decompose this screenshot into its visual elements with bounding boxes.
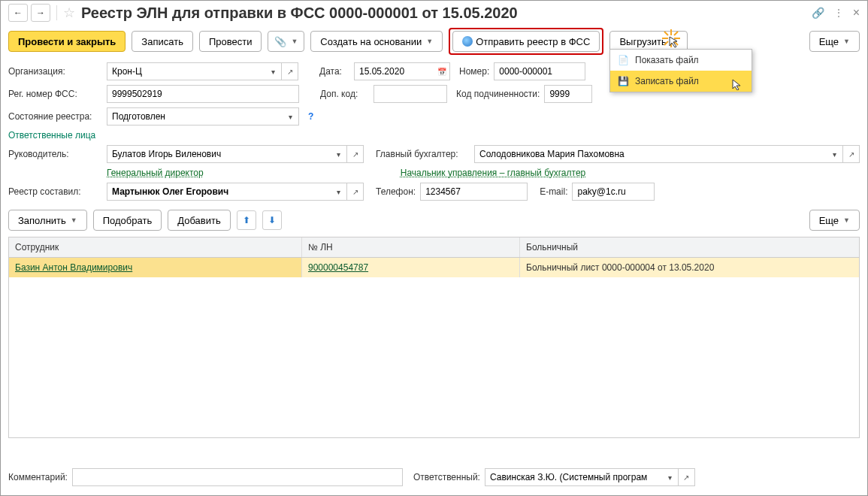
employee-link[interactable]: Базин Антон Владимирович: [15, 262, 132, 273]
date-input[interactable]: [354, 62, 434, 80]
add-button[interactable]: Добавить: [168, 210, 230, 231]
dop-code-input[interactable]: [374, 85, 447, 103]
phone-input[interactable]: [420, 183, 528, 201]
head-label: Руководитель:: [8, 149, 102, 159]
fill-label: Заполнить: [18, 215, 66, 226]
chief-acc-label: Главный бухгалтер:: [376, 149, 470, 159]
more-label: Еще: [819, 36, 839, 47]
responsible-persons-title: Ответственные лица: [8, 130, 860, 141]
export-label: Выгрузить: [619, 36, 666, 47]
export-menu: 📄 Показать файл 💾 Записать файл: [609, 49, 752, 92]
date-label: Дата:: [319, 66, 349, 77]
highlighted-send-button-frame: Отправить реестр в ФСС: [449, 28, 603, 55]
ln-link[interactable]: 900000454787: [308, 262, 368, 273]
head-input[interactable]: [107, 145, 331, 163]
acc-position-link[interactable]: Начальник управления – главный бухгалтер: [401, 168, 586, 178]
dop-code-label: Доп. код:: [320, 89, 369, 99]
compiled-by-input[interactable]: [107, 183, 331, 201]
col-ln-number[interactable]: № ЛН: [302, 237, 520, 257]
open-icon[interactable]: ↗: [282, 62, 298, 80]
chevron-down-icon: ▼: [843, 216, 850, 224]
move-down-button[interactable]: ⬇: [262, 210, 282, 230]
table-header: Сотрудник № ЛН Больничный: [9, 237, 859, 258]
dropdown-icon[interactable]: ▾: [331, 145, 347, 163]
chevron-down-icon: ▼: [291, 38, 298, 45]
chevron-down-icon: ▼: [426, 38, 433, 45]
subord-label: Код подчиненности:: [456, 89, 540, 99]
save-button[interactable]: Записать: [132, 31, 193, 52]
col-sick-leave[interactable]: Больничный: [520, 237, 859, 257]
table-row[interactable]: Базин Антон Владимирович 900000454787 Бо…: [9, 258, 859, 277]
chevron-down-icon: ▼: [671, 38, 678, 45]
table-empty-area: [9, 277, 859, 437]
more-button[interactable]: Еще▼: [809, 31, 860, 52]
open-icon[interactable]: ↗: [843, 145, 860, 163]
arrow-up-icon: ⬆: [243, 215, 250, 225]
send-fss-button[interactable]: Отправить реестр в ФСС: [452, 31, 600, 52]
number-input[interactable]: [494, 62, 585, 80]
post-button[interactable]: Провести: [199, 31, 262, 52]
link-icon[interactable]: 🔗: [812, 7, 824, 19]
email-input[interactable]: [572, 183, 655, 201]
dropdown-icon[interactable]: ▾: [331, 183, 347, 201]
responsible-label: Ответственный:: [413, 472, 480, 482]
pick-button[interactable]: Подобрать: [93, 210, 162, 231]
nav-back-button[interactable]: ←: [8, 4, 28, 22]
col-employee[interactable]: Сотрудник: [9, 237, 302, 257]
dropdown-icon[interactable]: ▾: [265, 62, 282, 80]
menu-item-label: Показать файл: [635, 55, 699, 65]
table: Сотрудник № ЛН Больничный Базин Антон Вл…: [8, 237, 860, 438]
menu-item-label: Записать файл: [635, 76, 699, 86]
chevron-down-icon: ▼: [843, 38, 850, 45]
create-based-label: Создать на основании: [320, 36, 422, 47]
org-input[interactable]: [107, 62, 265, 80]
responsible-input[interactable]: [485, 468, 662, 486]
post-and-close-button[interactable]: Провести и закрыть: [8, 31, 126, 52]
open-icon[interactable]: ↗: [347, 145, 364, 163]
chief-acc-input[interactable]: [474, 145, 827, 163]
nav-forward-button[interactable]: →: [31, 4, 50, 22]
send-fss-label: Отправить реестр в ФСС: [476, 36, 590, 47]
menu-item-write-file[interactable]: 💾 Записать файл: [610, 71, 752, 92]
reg-fss-input[interactable]: [107, 85, 299, 103]
globe-icon: [462, 36, 473, 47]
email-label: E-mail:: [540, 186, 567, 197]
fill-button[interactable]: Заполнить▼: [8, 210, 87, 231]
move-up-button[interactable]: ⬆: [237, 210, 256, 230]
open-icon[interactable]: ↗: [679, 468, 695, 486]
create-based-button[interactable]: Создать на основании▼: [310, 31, 443, 52]
attach-button[interactable]: 📎▼: [268, 31, 304, 52]
subord-input[interactable]: [544, 85, 592, 103]
favorite-icon[interactable]: ☆: [63, 5, 75, 21]
dropdown-icon[interactable]: ▾: [662, 468, 679, 486]
menu-item-show-file[interactable]: 📄 Показать файл: [610, 50, 752, 71]
close-icon[interactable]: ×: [853, 6, 860, 20]
page-icon: 📄: [618, 55, 629, 65]
state-label: Состояние реестра:: [8, 111, 102, 122]
chevron-down-icon: ▼: [71, 216, 77, 224]
sick-leave-cell: Больничный лист 0000-000004 от 13.05.202…: [520, 258, 859, 277]
dropdown-icon[interactable]: ▾: [283, 107, 299, 126]
open-icon[interactable]: ↗: [347, 183, 364, 201]
help-icon[interactable]: ?: [308, 111, 313, 122]
calendar-icon[interactable]: 📅: [434, 62, 450, 80]
nav-separator: [56, 5, 57, 20]
phone-label: Телефон:: [376, 186, 416, 197]
org-label: Организация:: [8, 66, 102, 77]
dropdown-icon[interactable]: ▾: [827, 145, 843, 163]
state-input[interactable]: [107, 107, 283, 126]
table-more-button[interactable]: Еще▼: [809, 210, 860, 231]
number-label: Номер:: [459, 66, 489, 77]
head-position-link[interactable]: Генеральный директор: [107, 168, 204, 178]
reg-fss-label: Рег. номер ФСС:: [8, 89, 102, 99]
save-icon: 💾: [618, 76, 629, 86]
comment-label: Комментарий:: [8, 472, 68, 482]
compiled-by-label: Реестр составил:: [8, 186, 102, 197]
table-more-label: Еще: [819, 215, 839, 226]
kebab-icon[interactable]: ⋮: [833, 7, 844, 19]
paperclip-icon: 📎: [274, 36, 286, 47]
arrow-down-icon: ⬇: [268, 215, 276, 225]
comment-input[interactable]: [72, 468, 403, 486]
page-title: Реестр ЭЛН для отправки в ФСС 0000-00000…: [81, 5, 809, 22]
